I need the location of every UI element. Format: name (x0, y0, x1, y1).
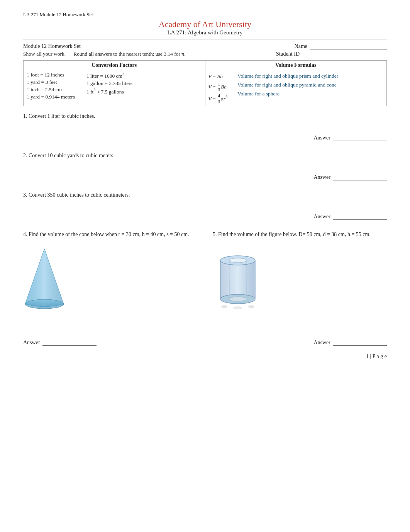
q4-answer-label: Answer (23, 340, 40, 346)
question-4-col: 4. Find the volume of the cone below whe… (23, 231, 197, 313)
conv-item-2: 1 yard = 3 feet (27, 79, 75, 85)
student-id-label: Student ID (276, 51, 300, 57)
q5-answer-label: Answer (313, 340, 330, 346)
q3-answer-label: Answer (313, 214, 330, 220)
formula-symbols: V = Bh V = 13Bh V = 43πr3 (208, 72, 228, 104)
svg-point-3 (229, 258, 246, 263)
svg-rect-1 (220, 260, 255, 299)
svg-point-8 (221, 305, 227, 308)
round-answers-label: Round all answers to the nearest tenth; … (73, 51, 185, 57)
q5-answer-field[interactable] (333, 340, 387, 346)
conversion-col-1: 1 foot = 12 inches 1 yard = 3 feet 1 inc… (27, 72, 75, 100)
volume-formulas-header: Volume Formulas (205, 61, 387, 70)
conv-item-1: 1 foot = 12 inches (27, 72, 75, 78)
header-divider (23, 39, 387, 39)
conversion-col-2: 1 liter = 1000 cm3 1 gallon = 3.785 lite… (86, 72, 132, 100)
q5-number: 5. (213, 231, 218, 237)
question-3-section: 3. Convert 350 cubic inches to cubic cen… (23, 192, 387, 220)
conv-item-6: 1 gallon = 3.785 liters (86, 80, 132, 87)
question-5-col: 5. Find the volume of the figure below. … (213, 231, 387, 313)
cone-figure (23, 247, 66, 309)
q4-text: Find the volume of the cone below when r… (29, 231, 189, 237)
q4-figure-area (23, 243, 197, 313)
formula-sym-3: V = 43πr3 (208, 93, 228, 104)
formula-link-3[interactable]: Volume for a sphere (237, 90, 338, 99)
q4-answer-field[interactable] (42, 340, 97, 346)
formula-sym-1: V = Bh (208, 72, 223, 81)
formula-link-2[interactable]: Volume for right and oblique pyramid and… (237, 81, 338, 90)
q2-text: Convert 10 cubic yards to cubic meters. (29, 153, 115, 158)
conv-item-7: 1 ft3 ≈ 7.5 gallons (86, 88, 132, 95)
course-subtitle: LA 271: Algebra with Geometry (23, 29, 387, 36)
questions-4-5-row: 4. Find the volume of the cone below whe… (23, 231, 387, 313)
q2-answer-label: Answer (313, 174, 330, 180)
q1-answer-field[interactable] (333, 135, 387, 141)
q3-number: 3. (23, 192, 29, 198)
university-title: Academy of Art University (23, 19, 387, 29)
q4-number: 4. (23, 231, 29, 237)
q5-figure-area (213, 243, 387, 313)
conv-item-3: 1 inch = 2.54 cm (27, 87, 75, 93)
show-work-label: Show all your work. (23, 51, 66, 57)
header-top-label: LA 271 Module 12 Homework Set (23, 12, 387, 18)
svg-point-10 (248, 305, 254, 308)
formula-sym-2: V = 13Bh (208, 82, 227, 92)
q2-answer-field[interactable] (333, 174, 387, 180)
module-name: Module 12 Homework Set (23, 43, 81, 49)
formula-link-1[interactable]: Volume for right and oblique prism and c… (237, 72, 338, 81)
q1-number: 1. (23, 113, 29, 119)
q5-text: Find the volume of the figure below. D= … (218, 231, 371, 237)
question-2-section: 2. Convert 10 cubic yards to cubic meter… (23, 153, 387, 180)
name-field[interactable] (310, 43, 387, 49)
question-1-section: 1. Convert 1 liter to cubic inches. Answ… (23, 113, 387, 141)
conv-item-5: 1 liter = 1000 cm3 (86, 72, 132, 79)
reference-table: Conversion Factors Volume Formulas 1 foo… (23, 60, 387, 106)
svg-point-5 (229, 297, 246, 301)
formula-descriptions: Volume for right and oblique prism and c… (234, 72, 338, 104)
bottom-answers-row: Answer Answer (23, 336, 387, 346)
q2-number: 2. (23, 153, 29, 158)
q1-answer-label: Answer (313, 135, 330, 141)
page-number: 1 | P a g e (23, 354, 387, 360)
q1-text: Convert 1 liter to cubic inches. (29, 113, 95, 119)
name-label: Name (295, 43, 307, 49)
q3-text: Convert 350 cubic inches to cubic centim… (29, 192, 130, 198)
svg-point-0 (25, 299, 64, 309)
svg-point-9 (233, 306, 242, 309)
conv-item-4: 1 yard = 0.9144 meters (27, 94, 75, 100)
student-id-field[interactable] (302, 51, 387, 57)
conversion-factors-header: Conversion Factors (24, 61, 205, 70)
q3-answer-field[interactable] (333, 214, 387, 220)
prism-figure (213, 247, 263, 309)
